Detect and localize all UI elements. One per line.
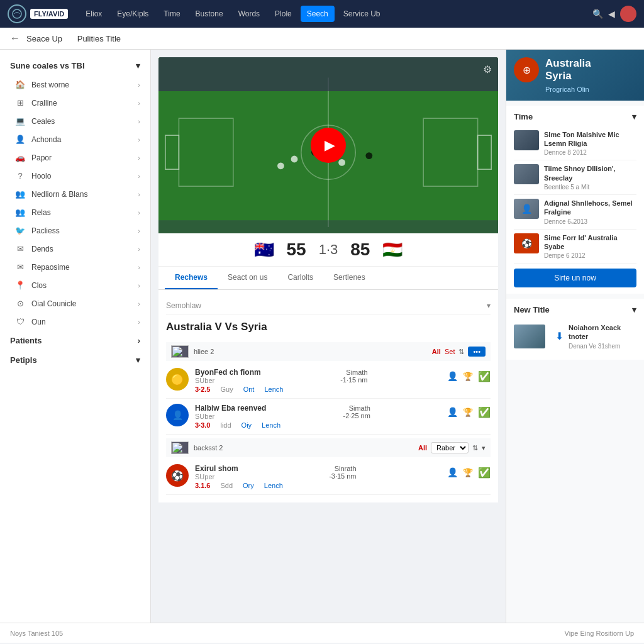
breadcrumb-separator [69,34,71,43]
row3-col-b[interactable]: Ory [243,482,254,489]
sirte-button[interactable]: Sirte un now [514,269,636,287]
nav-item-plole[interactable]: Plole [269,6,298,22]
breadcrumb: ← Seace Up Pulities Title [0,28,644,50]
sidebar-item-repaosime[interactable]: ✉ Repaosime › [0,258,150,276]
person-icon: 👤 [15,135,25,144]
check-icon-3[interactable]: ✅ [478,467,491,479]
chevron-right-icon: › [138,154,140,162]
nav-item-time[interactable]: Time [157,6,186,22]
row1-col-b[interactable]: Ont [243,386,255,393]
section1-set[interactable]: Set [445,348,455,355]
score-badge-3: 3.1.6 [195,482,210,489]
svg-rect-9 [158,57,498,91]
time-thumb-2 [514,164,539,184]
match-row-3: ⚽ Exirul shom SUper Sinrath-3·15 nm 👤 🏆 … [166,459,491,495]
new-title-header[interactable]: New Title ▾ [514,305,636,314]
section2-dropdown[interactable]: Raber Other [431,442,469,453]
sidebar-item-best-worne[interactable]: 🏠 Best worne › [0,75,150,94]
check-icon-1[interactable]: ✅ [478,370,491,382]
tab-rechews[interactable]: Rechews [165,267,218,289]
tab-carlolts[interactable]: Carlolts [277,267,323,289]
score-badge-1: 3·2.5 [195,386,210,393]
search-icon[interactable]: 🔍 [592,9,603,19]
match-row3-time: Sinrath-3·15 nm [329,465,356,480]
nav-item-eyekipls[interactable]: Eye/Kipls [111,6,155,22]
sidebar-item-nedliorn[interactable]: 👥 Nedliorn & Blans › [0,185,150,203]
chevron-right-icon: › [138,282,140,289]
section1-image [171,345,189,358]
row2-col-c[interactable]: Lench [262,421,280,429]
time-section-header[interactable]: Time ▾ [514,112,636,121]
sidebar-section-label: Sune coales vs TBI [10,61,85,70]
tab-seact[interactable]: Seact on us [218,267,277,289]
top-navigation: FLY/AVID Eliox Eye/Kipls Time Bustone Wo… [0,0,644,28]
svg-point-15 [277,162,284,169]
home-icon: 🏠 [15,80,25,89]
new-title-chevron-icon: ▾ [632,305,636,314]
row1-col-c[interactable]: Lench [264,386,283,393]
sidebar-item-pacliess[interactable]: 🐦 Pacliess › [0,221,150,240]
svg-point-13 [338,159,345,166]
nav-item-service[interactable]: Service Ub [337,6,387,22]
download-icon[interactable]: ⬇ [555,330,564,342]
chevron-right-icon: › [138,99,140,107]
sidebar-item-oial[interactable]: ⊙ Oial Counicle › [0,294,150,313]
sidebar-section-patients[interactable]: Patients › [0,331,150,350]
sidebar-item-clos[interactable]: 📍 Clos › [0,276,150,294]
sidebar-item-ceales[interactable]: 💻 Ceales › [0,112,150,130]
sidebar-label-oial: Oial Counicle [31,299,76,308]
match-row1-actions: 3·2.5 Guy Ont Lench [195,384,491,393]
sidebar-section-petipls[interactable]: Petipls ▾ [0,350,150,370]
tab-sertlenes[interactable]: Sertlenes [323,267,375,289]
sidebar-item-papor[interactable]: 🚗 Papor › [0,148,150,167]
score-badge-2: 3·3.0 [195,421,210,429]
time-item-2: Tiime Shnoy Dllision', Sreeclay Beentlee… [514,160,636,195]
sidebar-item-relas[interactable]: 👥 Relas › [0,203,150,221]
video-player[interactable]: ▶ ⚙ ▶ ⏭ 🔊 0:01 11:30 ⚙ ⬜ ⛶ [158,57,498,233]
user-avatar[interactable] [620,6,636,22]
back-button[interactable]: ← [10,33,20,44]
match-avatar-1: 🟡 [166,368,189,391]
sort-icon[interactable]: ⇅ [458,348,464,356]
nav-item-bustone[interactable]: Bustone [189,6,230,22]
nav-item-words[interactable]: Words [232,6,266,22]
logo-area[interactable]: FLY/AVID [8,4,68,23]
time-item-3: 👤 Adignal Shnllehocs, Semel Fralgine Den… [514,195,636,230]
footer-right: Vipe Eing Rositiorn Up [565,630,634,637]
sidebar-item-hoolo[interactable]: ? Hoolo › [0,167,150,185]
play-button[interactable]: ▶ [311,128,346,163]
new-title-label: New Title [514,305,550,314]
collapse-icon[interactable]: ▾ [482,444,486,452]
match-row1-name: ByonFed ch fionm [195,368,261,377]
section2-all[interactable]: All [418,444,427,452]
match-row2-actions: 3·3.0 lidd Oiy Lench [195,420,491,429]
notification-icon[interactable]: ◀ [608,9,615,19]
sidebar-item-cralline[interactable]: ⊞ Cralline › [0,94,150,112]
sidebar-item-achonda[interactable]: 👤 Achonda › [0,130,150,148]
sidebar-section-header[interactable]: Sune coales vs TBI ▾ [0,56,150,75]
twitter-icon: 🐦 [15,226,25,235]
section1-more-button[interactable]: ••• [468,347,486,357]
grid-icon: ⊞ [15,98,25,108]
person-icon-2: 👤 [447,407,458,417]
check-icon-2[interactable]: ✅ [478,406,491,418]
sort2-icon[interactable]: ⇅ [472,444,478,452]
row2-col-b[interactable]: Oiy [242,421,252,429]
row3-col-c[interactable]: Lench [264,482,283,489]
sidebar-section-chevron: ▾ [136,61,140,70]
chevron-right-icon: › [138,191,140,198]
nav-item-eliox[interactable]: Eliox [79,6,108,22]
nav-item-seech[interactable]: Seech [301,6,335,22]
video-settings-icon[interactable]: ⚙ [483,64,492,75]
sidebar-item-dends[interactable]: ✉ Dends › [0,240,150,258]
patients-chevron: › [138,336,140,345]
time-thumb-3: 👤 [514,199,539,219]
time-item2-name: Tiime Shnoy Dllision', Sreeclay [544,164,636,182]
logo-text: FLY/AVID [30,9,68,19]
sidebar-item-oun[interactable]: 🛡 Oun › [0,313,150,331]
question-icon: ? [15,171,25,180]
section1-all[interactable]: All [432,348,441,355]
match-row2-icons: 👤 🏆 ✅ [447,406,491,418]
chevron-right-icon: › [138,172,140,180]
filter-dropdown-icon[interactable]: ▾ [487,301,491,310]
